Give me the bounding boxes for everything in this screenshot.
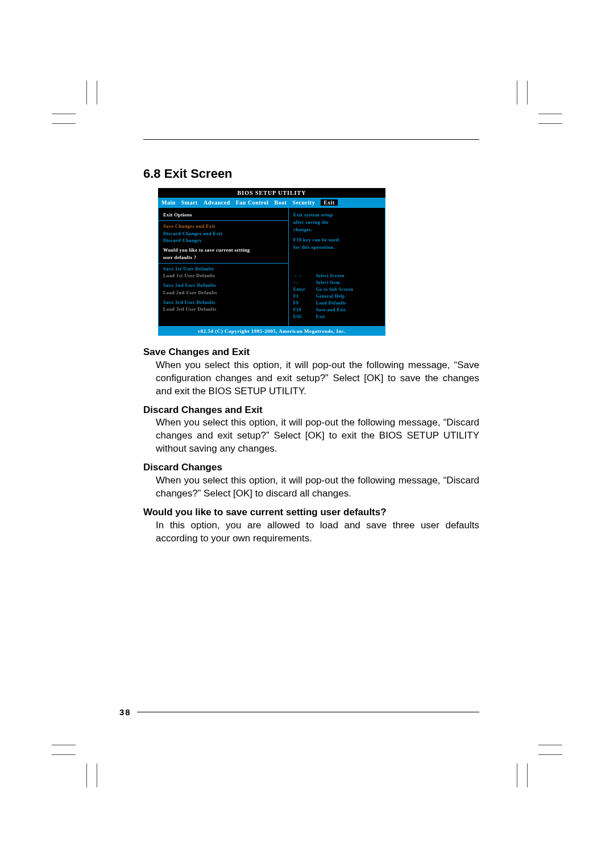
bios-tab: Advanced bbox=[204, 199, 230, 206]
bios-exit-options-heading: Exit Options bbox=[163, 211, 284, 219]
bios-key: ESC bbox=[293, 314, 316, 320]
section-heading: 6.8 Exit Screen bbox=[143, 166, 479, 181]
footer-rule bbox=[137, 712, 479, 712]
bios-key: F1 bbox=[293, 293, 316, 300]
bios-menu-item: Save 1st User Defaults bbox=[163, 265, 284, 273]
bios-help-text: F10 key can be used bbox=[293, 236, 380, 244]
explanation-title: Save Changes and Exit bbox=[143, 346, 479, 359]
bios-tabs: Main Smart Advanced Fan Control Boot Sec… bbox=[158, 198, 385, 207]
bios-menu-item: Discard Changes bbox=[163, 237, 284, 244]
bios-menu-item: Save 3rd User Defaults bbox=[163, 299, 284, 306]
bios-prompt: user defaults ? bbox=[163, 254, 284, 261]
bios-menu-item: Save 2nd User Defaults bbox=[163, 282, 284, 289]
bios-nav-keys: ←→Select Screen ↑↓Select Item EnterGo to… bbox=[293, 273, 380, 320]
bios-tab: Security bbox=[293, 199, 316, 206]
explanation-title: Discard Changes bbox=[143, 461, 479, 474]
bios-menu-item-disabled: Load 1st User Defaults bbox=[163, 272, 284, 279]
bios-title: BIOS SETUP UTILITY bbox=[158, 188, 385, 198]
bios-key-label: Load Defaults bbox=[316, 300, 346, 307]
section-number: 6.8 bbox=[143, 166, 161, 181]
page-footer: 38 bbox=[119, 707, 479, 717]
section-title: Exit Screen bbox=[164, 166, 233, 181]
bios-footer: v02.54 (C) Copyright 1985-2005, American… bbox=[158, 327, 385, 336]
bios-key-label: Save and Exit bbox=[316, 307, 346, 314]
bios-menu-item: Save Changes and Exit bbox=[163, 223, 284, 230]
bios-key: ←→ bbox=[293, 273, 316, 279]
bios-tab-active: Exit bbox=[321, 199, 338, 206]
bios-left-pane: Exit Options Save Changes and Exit Disca… bbox=[158, 207, 289, 327]
bios-key-label: Go to Sub Screen bbox=[316, 286, 354, 293]
bios-key: ↑↓ bbox=[293, 279, 316, 286]
bios-help-text: after saving the bbox=[293, 219, 380, 226]
explanation-desc: When you select this option, it will pop… bbox=[156, 359, 479, 398]
bios-tab: Boot bbox=[275, 199, 287, 206]
explanation-desc: When you select this option, it will pop… bbox=[156, 474, 479, 500]
bios-tab: Smart bbox=[181, 199, 198, 206]
explanation-title: Would you like to save current setting u… bbox=[143, 506, 479, 519]
bios-menu-item-disabled: Load 2nd User Defaults bbox=[163, 289, 284, 297]
bios-key: F9 bbox=[293, 300, 316, 307]
bios-screenshot: BIOS SETUP UTILITY Main Smart Advanced F… bbox=[158, 188, 385, 336]
bios-help-text: for this operation. bbox=[293, 244, 380, 251]
bios-prompt: Would you like to save current setting bbox=[163, 247, 284, 254]
explanation-title: Discard Changes and Exit bbox=[143, 404, 479, 417]
bios-key-label: Select Screen bbox=[316, 273, 345, 279]
bios-right-pane: Exit system setup after saving the chang… bbox=[289, 207, 385, 327]
bios-help-text: Exit system setup bbox=[293, 211, 380, 219]
bios-body: Exit Options Save Changes and Exit Disca… bbox=[158, 207, 385, 327]
explanation-desc: In this option, you are allowed to load … bbox=[156, 519, 479, 545]
explanation-body: Save Changes and Exit When you select th… bbox=[143, 346, 479, 545]
bios-key-label: Select Item bbox=[316, 279, 340, 286]
bios-menu-item-disabled: Load 3rd User Defaults bbox=[163, 306, 284, 313]
page-number: 38 bbox=[119, 707, 131, 717]
bios-key: F10 bbox=[293, 307, 316, 314]
bios-tab: Fan Control bbox=[236, 199, 269, 206]
explanation-desc: When you select this option, it will pop… bbox=[156, 416, 479, 456]
bios-key: Enter bbox=[293, 286, 316, 293]
page-content: 6.8 Exit Screen BIOS SETUP UTILITY Main … bbox=[143, 139, 479, 545]
bios-help-text: changes. bbox=[293, 226, 380, 233]
bios-menu-item: Discard Changes and Exit bbox=[163, 230, 284, 237]
bios-tab: Main bbox=[161, 199, 176, 206]
bios-key-label: General Help bbox=[316, 293, 345, 300]
bios-key-label: Exit bbox=[316, 314, 325, 320]
